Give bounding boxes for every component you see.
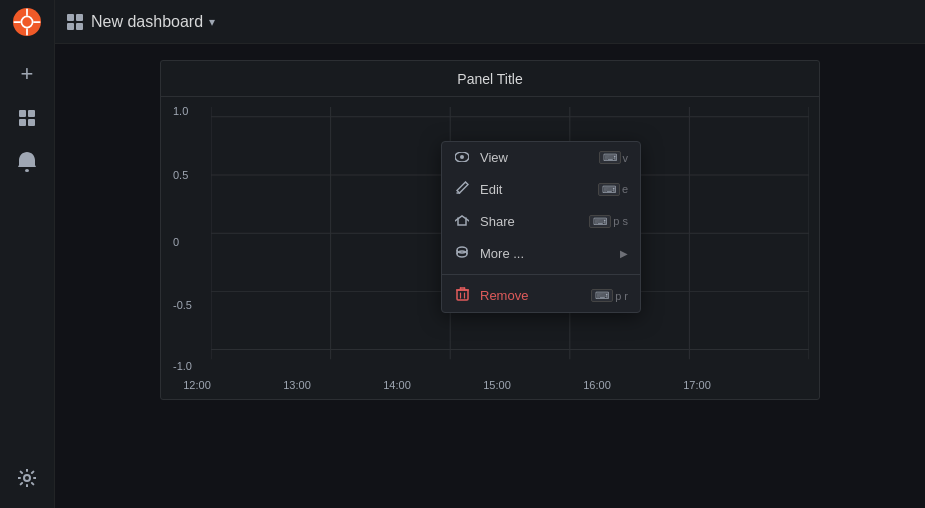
svg-point-10 [25, 169, 29, 172]
sidebar-item-alerts[interactable] [0, 140, 55, 184]
main-content: New dashboard ▾ Panel Title 1.0 0.5 0 -0… [55, 0, 925, 508]
dashboard-title[interactable]: New dashboard ▾ [91, 13, 215, 31]
y-label-neg0.5: -0.5 [173, 299, 192, 311]
menu-divider [442, 274, 640, 275]
svg-rect-8 [19, 119, 26, 126]
dashboard-title-arrow: ▾ [209, 15, 215, 29]
kbd-icon: ⌨ [589, 215, 611, 228]
svg-rect-12 [67, 14, 74, 21]
y-label-0: 0 [173, 236, 179, 248]
x-label-1600: 16:00 [583, 379, 611, 391]
menu-view-shortcut: ⌨ v [599, 151, 629, 164]
svg-rect-6 [19, 110, 26, 117]
kbd-icon: ⌨ [598, 183, 620, 196]
context-menu: View ⌨ v Edit ⌨ [441, 141, 641, 313]
svg-point-28 [460, 155, 464, 159]
dashboard-grid-icon [67, 14, 83, 30]
svg-rect-7 [28, 110, 35, 117]
menu-remove-shortcut: ⌨ p r [591, 289, 628, 302]
x-label-1700: 17:00 [683, 379, 711, 391]
panel-header: Panel Title [161, 61, 819, 97]
sidebar: + [0, 0, 55, 508]
kbd-icon: ⌨ [599, 151, 621, 164]
sidebar-item-add[interactable]: + [0, 52, 55, 96]
sidebar-bottom [0, 456, 55, 500]
y-label-0.5: 0.5 [173, 169, 188, 181]
sidebar-item-dashboards[interactable] [0, 96, 55, 140]
menu-item-remove[interactable]: Remove ⌨ p r [442, 279, 640, 312]
menu-edit-shortcut: ⌨ e [598, 183, 628, 196]
svg-rect-34 [457, 290, 468, 300]
svg-point-33 [457, 247, 467, 253]
svg-rect-13 [76, 14, 83, 21]
panel: Panel Title 1.0 0.5 0 -0.5 -1.0 [160, 60, 820, 400]
app-logo[interactable] [0, 0, 55, 44]
trash-icon [454, 287, 470, 304]
x-label-1300: 13:00 [283, 379, 311, 391]
x-label-1500: 15:00 [483, 379, 511, 391]
menu-more-arrow: ▶ [620, 248, 628, 259]
svg-rect-9 [28, 119, 35, 126]
menu-edit-label: Edit [480, 182, 588, 197]
dashboard-title-text: New dashboard [91, 13, 203, 31]
menu-more-label: More ... [480, 246, 610, 261]
x-label-1400: 14:00 [383, 379, 411, 391]
x-label-1200: 12:00 [183, 379, 211, 391]
menu-item-share[interactable]: Share ⌨ p s [442, 205, 640, 237]
sidebar-item-settings[interactable] [0, 456, 55, 500]
menu-share-shortcut: ⌨ p s [589, 215, 628, 228]
menu-item-more[interactable]: More ... ▶ [442, 237, 640, 270]
menu-item-edit[interactable]: Edit ⌨ e [442, 173, 640, 205]
menu-share-label: Share [480, 214, 579, 229]
panel-title: Panel Title [457, 71, 522, 87]
edit-icon [454, 181, 470, 197]
svg-rect-14 [67, 23, 74, 30]
menu-view-label: View [480, 150, 589, 165]
eye-icon [454, 150, 470, 165]
more-icon [454, 245, 470, 262]
topbar: New dashboard ▾ [55, 0, 925, 44]
svg-point-11 [24, 475, 30, 481]
kbd-icon: ⌨ [591, 289, 613, 302]
dashboard-area: Panel Title 1.0 0.5 0 -0.5 -1.0 [55, 44, 925, 508]
share-icon [454, 213, 470, 229]
menu-remove-label: Remove [480, 288, 581, 303]
menu-item-view[interactable]: View ⌨ v [442, 142, 640, 173]
svg-rect-15 [76, 23, 83, 30]
y-label-1.0: 1.0 [173, 105, 188, 117]
y-label-neg1.0: -1.0 [173, 360, 192, 372]
